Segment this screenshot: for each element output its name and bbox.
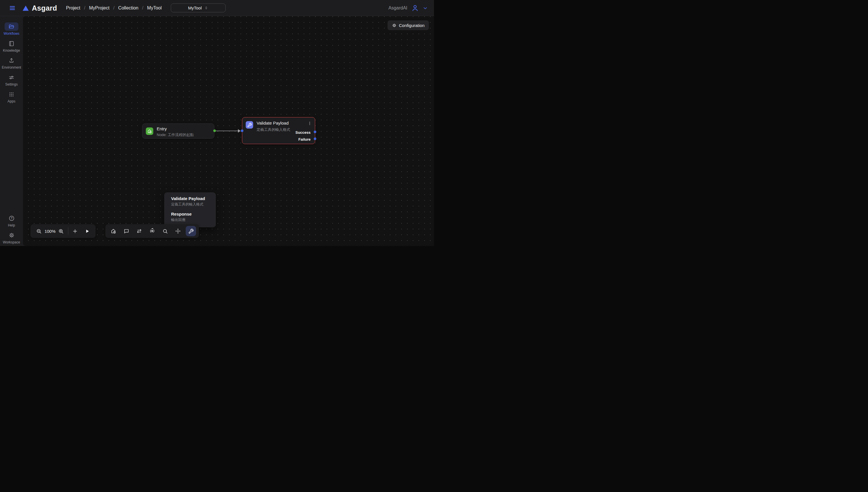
sidebar-item-settings[interactable]: Settings bbox=[0, 73, 23, 87]
node-menu-kebab-icon[interactable] bbox=[307, 120, 313, 127]
popup-item-response[interactable]: Response 輸出回應 bbox=[164, 211, 216, 224]
edge-arrowhead bbox=[238, 129, 241, 132]
search-icon bbox=[162, 228, 168, 234]
sliders-icon bbox=[8, 74, 15, 81]
configuration-button[interactable]: Configuration bbox=[388, 20, 429, 30]
breadcrumb-mytool[interactable]: MyTool bbox=[147, 5, 162, 10]
popup-item-title: Validate Payload bbox=[171, 196, 213, 201]
workflow-canvas[interactable]: Configuration Entry Node: 工作流程的起點 Valida… bbox=[23, 16, 434, 246]
sidebar-label-workflows: Workflows bbox=[3, 31, 19, 35]
tools-toolbar bbox=[105, 224, 199, 238]
apps-grid-icon bbox=[8, 91, 15, 98]
top-bar: Asgard Project / MyProject / Collection … bbox=[0, 0, 434, 16]
header-right: AsgardAI bbox=[388, 0, 428, 16]
tools-button[interactable] bbox=[184, 224, 197, 238]
sidebar-item-apps[interactable]: Apps bbox=[0, 90, 23, 103]
sidebar-item-environment[interactable]: Environment bbox=[0, 56, 23, 70]
house-plus-icon bbox=[110, 228, 117, 234]
popup-item-subtitle: 輸出回應 bbox=[171, 218, 213, 222]
toolbar-divider bbox=[68, 227, 68, 235]
entry-output-port[interactable] bbox=[213, 129, 216, 132]
app-window: Asgard Project / MyProject / Collection … bbox=[0, 0, 434, 246]
fit-view-button[interactable] bbox=[172, 224, 184, 238]
svg-text:?: ? bbox=[10, 217, 13, 220]
wrench-icon bbox=[247, 123, 252, 127]
active-tool-highlight bbox=[186, 226, 196, 236]
breadcrumb-myproject[interactable]: MyProject bbox=[89, 5, 109, 10]
validate-input-port[interactable] bbox=[241, 129, 243, 132]
node-entry[interactable]: Entry Node: 工作流程的起點 bbox=[142, 123, 215, 139]
sidebar-label-workspace: Workspace bbox=[3, 240, 20, 244]
popup-item-title: Response bbox=[171, 212, 213, 217]
breadcrumb: Project / MyProject / Collection / MyToo… bbox=[66, 0, 162, 16]
zoom-toolbar: 100% bbox=[30, 224, 96, 238]
run-button[interactable] bbox=[82, 225, 92, 237]
validate-node-subtitle: 定義工具的輸入格式 bbox=[256, 127, 290, 132]
node-validate-payload[interactable]: Validate Payload 定義工具的輸入格式 Success Failu… bbox=[242, 117, 315, 144]
sidebar-item-workflows[interactable]: Workflows bbox=[0, 22, 23, 35]
zoom-in-icon bbox=[58, 228, 64, 234]
menu-icon[interactable] bbox=[8, 5, 17, 11]
port-label-success: Success bbox=[295, 130, 311, 134]
house-plus-icon bbox=[147, 129, 152, 134]
sidebar: Workflows Knowledge Environment Settings… bbox=[0, 16, 23, 246]
zoom-level-value: 100% bbox=[44, 229, 56, 233]
user-avatar-icon[interactable] bbox=[411, 4, 419, 12]
chevron-down-icon[interactable] bbox=[423, 6, 428, 10]
edge-entry-to-validate[interactable] bbox=[215, 131, 239, 131]
sidebar-label-settings: Settings bbox=[5, 82, 18, 87]
zoom-out-button[interactable] bbox=[34, 225, 44, 237]
breadcrumb-separator: / bbox=[142, 5, 143, 10]
swap-connections-button[interactable] bbox=[133, 224, 146, 238]
tool-selector-dropdown[interactable]: MyTool bbox=[171, 3, 226, 13]
sidebar-label-help: Help bbox=[8, 223, 15, 227]
add-button[interactable] bbox=[71, 225, 80, 237]
entry-node-subtitle: Node: 工作流程的起點 bbox=[157, 132, 194, 138]
breadcrumb-collection[interactable]: Collection bbox=[118, 5, 138, 10]
zoom-in-button[interactable] bbox=[56, 225, 66, 237]
sidebar-item-help[interactable]: ? Help bbox=[0, 214, 23, 227]
sidebar-label-knowledge: Knowledge bbox=[3, 49, 20, 52]
comment-icon bbox=[123, 228, 129, 234]
sidebar-item-workspace[interactable]: Workspace bbox=[0, 231, 23, 244]
plus-icon bbox=[72, 228, 78, 234]
sidebar-item-knowledge[interactable]: Knowledge bbox=[0, 39, 23, 52]
breadcrumb-separator: / bbox=[84, 5, 85, 10]
validate-failure-port[interactable] bbox=[314, 138, 316, 140]
breadcrumb-separator: / bbox=[113, 5, 114, 10]
validate-node-icon bbox=[246, 121, 253, 129]
port-label-failure: Failure bbox=[298, 137, 311, 142]
select-updown-icon bbox=[204, 6, 208, 10]
zoom-out-icon bbox=[36, 228, 42, 234]
sidebar-main-nav: Workflows Knowledge Environment Settings… bbox=[0, 22, 23, 103]
play-icon bbox=[84, 228, 90, 234]
fit-view-icon bbox=[175, 228, 181, 234]
brand-logo[interactable]: Asgard bbox=[22, 0, 57, 16]
breadcrumb-project[interactable]: Project bbox=[66, 5, 80, 10]
gear-icon bbox=[392, 23, 397, 28]
gear-icon bbox=[8, 232, 15, 239]
add-node-button[interactable] bbox=[107, 224, 120, 238]
sidebar-label-apps: Apps bbox=[7, 99, 15, 103]
node-picker-popup: Validate Payload 定義工具的輸入格式 Response 輸出回應 bbox=[164, 192, 216, 227]
search-button[interactable] bbox=[159, 224, 171, 238]
entry-node-title: Entry bbox=[157, 126, 167, 131]
refresh-suggestion-button[interactable] bbox=[146, 224, 158, 238]
validate-node-title: Validate Payload bbox=[256, 121, 289, 125]
brand-name: Asgard bbox=[32, 4, 57, 13]
triangle-logo-icon bbox=[22, 5, 29, 11]
popup-item-subtitle: 定義工具的輸入格式 bbox=[171, 202, 213, 207]
workspace-name: AsgardAI bbox=[388, 5, 407, 10]
tools-wrench-icon bbox=[188, 228, 194, 234]
upload-icon bbox=[8, 57, 15, 64]
validate-success-port[interactable] bbox=[314, 131, 316, 133]
help-icon: ? bbox=[8, 215, 15, 222]
tool-selector-value: MyTool bbox=[188, 5, 202, 10]
popup-item-validate-payload[interactable]: Validate Payload 定義工具的輸入格式 bbox=[164, 195, 216, 209]
refresh-bulb-icon bbox=[149, 228, 155, 234]
sidebar-footer-nav: ? Help Workspace bbox=[0, 214, 23, 244]
swap-arrows-icon bbox=[136, 228, 142, 234]
sidebar-label-environment: Environment bbox=[2, 66, 21, 70]
entry-node-icon bbox=[146, 127, 153, 135]
comment-button[interactable] bbox=[120, 224, 132, 238]
